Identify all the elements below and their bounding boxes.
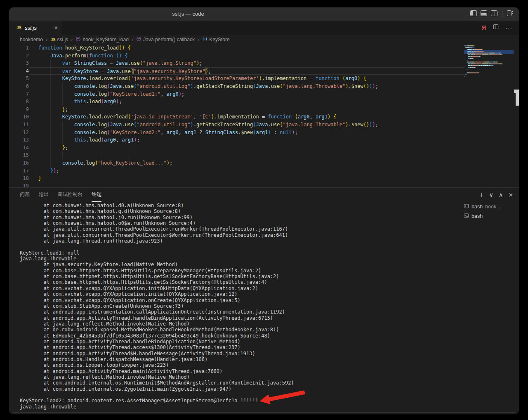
breadcrumb-item[interactable]: JSssl.js (50, 37, 68, 42)
code-token: ) (372, 122, 375, 127)
panel-tab-terminal-active[interactable]: 终端 (92, 188, 101, 202)
code-line: 3 var StringClass = Java.use("java.lang.… (9, 59, 519, 67)
breadcrumb-item[interactable]: Java.perform() callback (136, 36, 195, 43)
code-token: ; (65, 145, 68, 151)
code-token: KeyStore (62, 114, 86, 120)
code-token: var (62, 60, 71, 66)
code-token: "java.lang.String" (143, 60, 196, 66)
terminal-output[interactable]: at com.huawei.hms.hatool.d0.a(Unknown So… (20, 203, 461, 413)
code-token: "KeyStore.load1:" (110, 91, 160, 97)
code-token: , (160, 130, 166, 135)
code-token: . (268, 122, 271, 127)
code-token: implementation (265, 76, 306, 81)
breadcrumb-label: KeyStore (209, 37, 229, 42)
code-token: . (86, 99, 89, 104)
code-token: $new (351, 122, 363, 127)
code-token: . (349, 83, 351, 89)
panel-tab-item[interactable]: 问题 (20, 188, 30, 202)
line-number: 6 (9, 83, 29, 90)
code-token: , (310, 114, 316, 120)
code-token: { (128, 45, 131, 51)
code-token: , (179, 130, 184, 135)
code-token: ; (182, 91, 184, 97)
indent-guide-icon (50, 68, 51, 75)
terminal-name: bash (471, 204, 483, 210)
code-text: console.log("KeyStore.load1:", arg0); (29, 90, 464, 98)
indent-guide-icon (50, 98, 51, 106)
close-panel-icon[interactable]: × (508, 192, 513, 198)
toggle-secondary-sidebar-icon[interactable] (491, 10, 497, 18)
terminal-line: at com.base.httpnet.https.HttpsUtils.get… (20, 274, 461, 279)
terminal-line: at android.app.ActivityThread$H.handleMe… (20, 351, 461, 356)
panel-tab-item[interactable]: 输出 (39, 188, 49, 202)
breadcrumb-separator: › (71, 36, 73, 42)
code-token (62, 45, 65, 51)
indent-guide-icon (50, 75, 51, 83)
code-lines: 1function hook_KeyStore_load() {2 Java.p… (9, 44, 519, 187)
code-token: ) (167, 160, 170, 166)
maximize-panel-icon[interactable]: ∧ (499, 192, 503, 198)
terminal-list-item[interactable]: bash (464, 211, 516, 221)
breadcrumb-label: hook_KeyStore_load (82, 37, 128, 42)
split-editor-icon[interactable] (493, 24, 499, 31)
code-token: ( (280, 122, 283, 127)
terminal-line: at com.huawei.hms.hatool.q.d(Unknown Sou… (20, 208, 461, 214)
new-terminal-icon[interactable]: + (479, 192, 484, 198)
panel-bottom-scrollbar[interactable] (13, 413, 515, 413)
panel-tab-item[interactable]: 调试控制台 (58, 188, 82, 202)
code-token: . (193, 122, 196, 127)
code-text: this.load(arg0); (29, 98, 464, 106)
code-token: StringClass (74, 60, 107, 66)
code-token: Java (116, 60, 128, 66)
code-token: "java.lang.Throwable" (283, 122, 346, 127)
line-number: 8 (9, 98, 29, 106)
terminal-line: at com.vvchat.vcapp.QYXApplication.onCre… (20, 297, 461, 303)
code-token: arg0 (167, 130, 179, 135)
code-token: ; (375, 122, 378, 127)
code-token: Java (256, 83, 268, 89)
code-token: arg0 (298, 114, 310, 120)
breadcrumb: hookdemo›JSssl.js›hook_KeyStore_load›Jav… (9, 35, 519, 44)
toggle-panel-icon[interactable] (481, 10, 487, 18)
breadcrumb-item[interactable]: hookdemo (20, 37, 43, 42)
code-token: arg1 (316, 114, 328, 120)
customize-layout-icon[interactable] (507, 10, 513, 18)
indent-guide-icon (62, 136, 63, 144)
bottom-panel: 问题输出调试控制台终端 +∨∧× at com.huawei.hms.hatoo… (9, 187, 519, 414)
breadcrumb-item[interactable]: hook_KeyStore_load (75, 36, 128, 43)
code-line: 2 Java.perform(function () { (9, 52, 519, 60)
code-token: ; (375, 83, 378, 89)
indent-guide-icon (50, 90, 51, 98)
terminal-list: bashhook...bash (464, 202, 516, 221)
code-token (38, 91, 74, 97)
terminal-line: at java.util.concurrent.ThreadPoolExecut… (20, 232, 461, 238)
indent-guide-icon (62, 83, 63, 90)
code-editor[interactable]: 1function hook_KeyStore_load() {2 Java.p… (9, 44, 519, 187)
breadcrumb-item[interactable]: KeyStore (202, 36, 229, 43)
code-line: 15 (9, 151, 519, 159)
terminal-dropdown-icon[interactable]: ∨ (489, 192, 493, 198)
terminal-list-item[interactable]: bashhook... (464, 202, 516, 211)
code-token: Java (110, 83, 122, 89)
tab-ssl-js[interactable]: JS ssl.js × (9, 21, 62, 35)
code-text: Java.perform(function () { (29, 52, 464, 60)
terminal-line: at de.robv.android.xposed.MethodHooker.h… (20, 327, 461, 333)
code-token: { (363, 76, 366, 81)
red-arrow-annotation (259, 390, 309, 408)
toggle-primary-sidebar-icon[interactable] (470, 10, 477, 18)
code-text: }; (29, 106, 464, 113)
code-token: ) (259, 76, 262, 81)
code-token: . (122, 83, 125, 89)
minimap[interactable] (464, 45, 514, 85)
code-token: use (271, 122, 280, 127)
code-text: function hook_KeyStore_load() { (29, 44, 464, 52)
code-token: log (98, 83, 107, 89)
code-token: . (86, 137, 89, 143)
code-token: "android.util.Log" (137, 122, 191, 127)
code-token: getStackTraceString (196, 83, 253, 89)
code-token: console (74, 122, 95, 127)
run-extension-icon[interactable]: Я (482, 24, 486, 31)
code-token: } (38, 175, 41, 181)
more-actions-icon[interactable]: ··· (506, 25, 512, 31)
tab-close-icon[interactable]: × (54, 25, 58, 31)
